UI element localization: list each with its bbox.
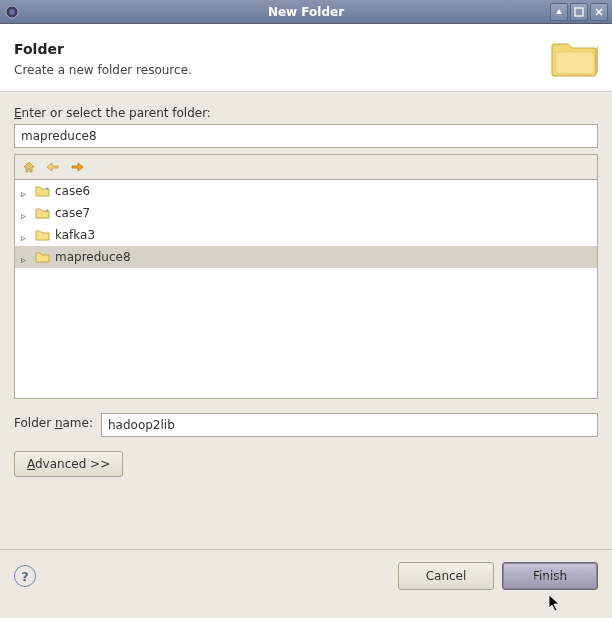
tree-item[interactable]: s case7 bbox=[15, 202, 597, 224]
parent-folder-label: Enter or select the parent folder: bbox=[14, 106, 598, 120]
svg-rect-2 bbox=[575, 8, 583, 16]
tree-item[interactable]: s case6 bbox=[15, 180, 597, 202]
project-folder-icon: s bbox=[35, 206, 51, 220]
svg-text:s: s bbox=[46, 185, 49, 191]
header-title: Folder bbox=[14, 41, 192, 57]
dialog-header: Folder Create a new folder resource. bbox=[0, 24, 612, 92]
svg-text:s: s bbox=[46, 207, 49, 213]
titlebar: New Folder bbox=[0, 0, 612, 24]
expand-icon[interactable] bbox=[21, 230, 31, 240]
forward-arrow-icon[interactable] bbox=[69, 159, 85, 175]
app-icon bbox=[4, 4, 20, 20]
watermark: @51CTO博客 bbox=[522, 573, 592, 588]
project-folder-icon bbox=[35, 228, 51, 242]
home-icon[interactable] bbox=[21, 159, 37, 175]
folder-icon bbox=[550, 36, 598, 81]
folder-name-input[interactable] bbox=[101, 413, 598, 437]
tree-item[interactable]: kafka3 bbox=[15, 224, 597, 246]
help-button[interactable]: ? bbox=[14, 565, 36, 587]
folder-tree[interactable]: s case6 s case7 kafka3 mapreduce8 bbox=[14, 179, 598, 399]
expand-icon[interactable] bbox=[21, 252, 31, 262]
project-folder-icon: s bbox=[35, 184, 51, 198]
expand-icon[interactable] bbox=[21, 208, 31, 218]
window-title: New Folder bbox=[268, 5, 344, 19]
parent-folder-input[interactable] bbox=[14, 124, 598, 148]
back-arrow-icon[interactable] bbox=[45, 159, 61, 175]
tree-item-label: case7 bbox=[55, 206, 90, 220]
svg-point-1 bbox=[9, 9, 15, 15]
tree-item-label: kafka3 bbox=[55, 228, 95, 242]
maximize-button[interactable] bbox=[570, 3, 588, 21]
tree-item-label: mapreduce8 bbox=[55, 250, 131, 264]
tree-item-label: case6 bbox=[55, 184, 90, 198]
close-button[interactable] bbox=[590, 3, 608, 21]
tree-toolbar bbox=[14, 154, 598, 179]
cancel-button[interactable]: Cancel bbox=[398, 562, 494, 590]
project-folder-icon bbox=[35, 250, 51, 264]
rollup-button[interactable] bbox=[550, 3, 568, 21]
tree-item[interactable]: mapreduce8 bbox=[15, 246, 597, 268]
header-subtitle: Create a new folder resource. bbox=[14, 63, 192, 77]
advanced-button[interactable]: Advanced >> bbox=[14, 451, 123, 477]
expand-icon[interactable] bbox=[21, 186, 31, 196]
folder-name-label: Folder name: bbox=[14, 416, 93, 430]
